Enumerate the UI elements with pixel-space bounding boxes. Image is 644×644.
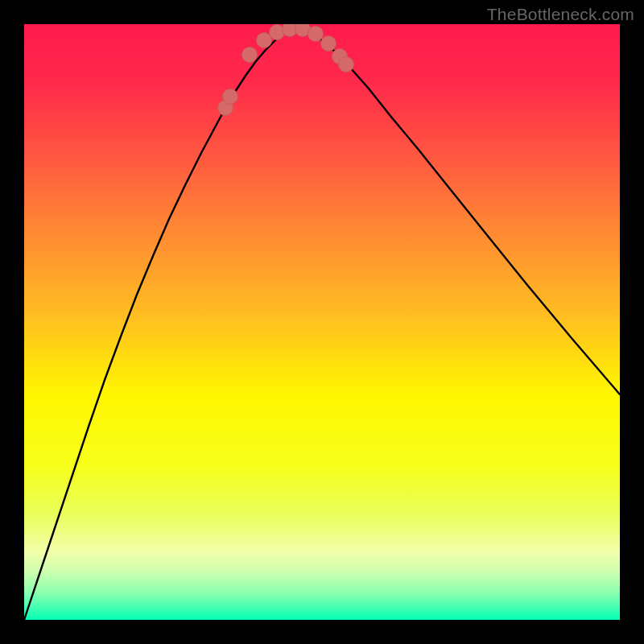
marker-point	[321, 36, 336, 52]
plot-area	[24, 24, 620, 620]
chart-svg	[24, 24, 620, 620]
marker-point	[339, 57, 354, 72]
marker-point	[242, 47, 258, 63]
marker-point	[308, 27, 324, 42]
marker-point	[223, 89, 238, 105]
marker-group	[218, 24, 354, 116]
watermark-label: TheBottleneck.com	[487, 5, 634, 24]
left-curve	[24, 27, 298, 620]
right-curve	[298, 27, 620, 394]
outer-frame: TheBottleneck.com	[0, 0, 644, 644]
